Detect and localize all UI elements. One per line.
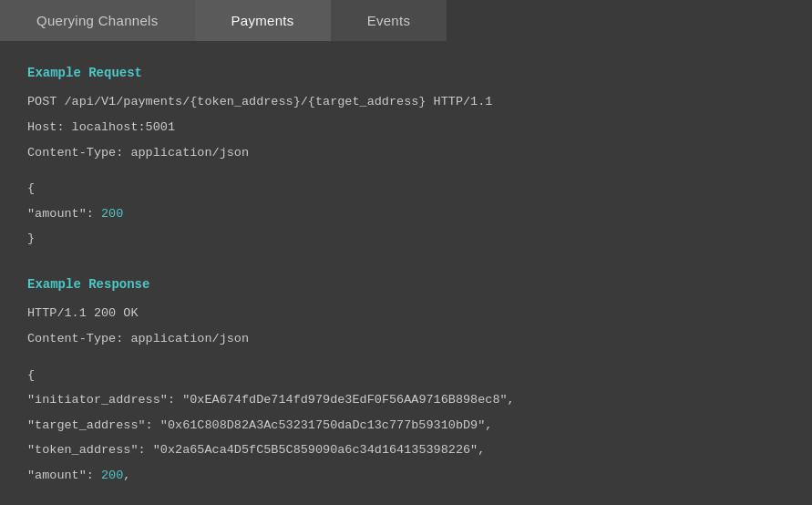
- response-token-value: "0x2a65Aca4D5fC5B5C859090a6c34d164135398…: [153, 443, 486, 457]
- response-amount-comma: ,: [123, 469, 130, 482]
- response-target-value: "0x61C808D82A3Ac53231750daDc13c777b59310…: [160, 418, 493, 432]
- request-brace-close: }: [27, 229, 785, 249]
- content-area: Example Request POST /api/V1/payments/{t…: [0, 41, 812, 505]
- example-response-title: Example Response: [27, 274, 785, 294]
- example-response-section: Example Response HTTP/1.1 200 OK Content…: [27, 274, 785, 486]
- request-amount-line: "amount": 200: [27, 204, 785, 224]
- tab-payments[interactable]: Payments: [195, 0, 331, 41]
- response-initiator-line: "initiator_address": "0xEA674fdDe714fd97…: [27, 390, 785, 410]
- response-token-key: "token_address":: [27, 443, 153, 457]
- tab-querying-channels[interactable]: Querying Channels: [0, 0, 195, 41]
- response-amount-line: "amount": 200,: [27, 466, 785, 486]
- response-token-line: "token_address": "0x2a65Aca4D5fC5B5C8590…: [27, 440, 785, 460]
- request-brace-open: {: [27, 179, 785, 199]
- response-amount-value: 200: [101, 469, 123, 482]
- tabs-bar: Querying Channels Payments Events: [0, 0, 812, 41]
- request-line2: Host: localhost:5001: [27, 118, 785, 138]
- response-initiator-value: "0xEA674fdDe714fd979de3EdF0F56AA9716B898…: [182, 393, 515, 407]
- response-line2: Content-Type: application/json: [27, 329, 785, 349]
- response-initiator-key: "initiator_address":: [27, 393, 182, 407]
- response-target-line: "target_address": "0x61C808D82A3Ac532317…: [27, 416, 785, 436]
- tab-events[interactable]: Events: [331, 0, 447, 41]
- response-line1: HTTP/1.1 200 OK: [27, 304, 785, 324]
- request-amount-key: "amount":: [27, 207, 101, 221]
- response-amount-key: "amount":: [27, 469, 101, 482]
- request-line3: Content-Type: application/json: [27, 143, 785, 163]
- request-line1: POST /api/V1/payments/{token_address}/{t…: [27, 92, 785, 112]
- example-request-section: Example Request POST /api/V1/payments/{t…: [27, 63, 785, 249]
- example-request-title: Example Request: [27, 63, 785, 83]
- response-target-key: "target_address":: [27, 418, 160, 432]
- request-amount-value: 200: [101, 207, 123, 221]
- response-brace-open: {: [27, 366, 785, 386]
